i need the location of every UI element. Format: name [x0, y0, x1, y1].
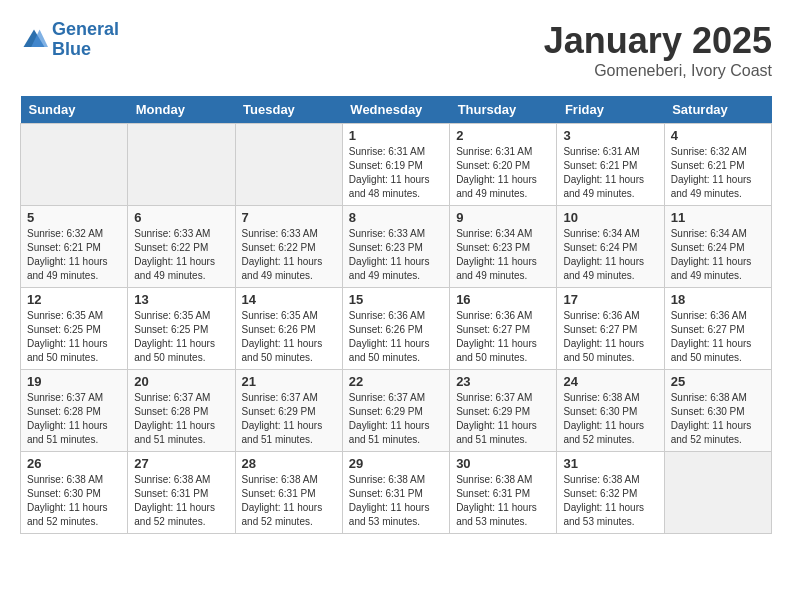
calendar-cell: 31Sunrise: 6:38 AM Sunset: 6:32 PM Dayli…	[557, 452, 664, 534]
calendar-cell: 11Sunrise: 6:34 AM Sunset: 6:24 PM Dayli…	[664, 206, 771, 288]
day-info: Sunrise: 6:33 AM Sunset: 6:22 PM Dayligh…	[134, 227, 228, 283]
day-number: 4	[671, 128, 765, 143]
day-number: 22	[349, 374, 443, 389]
day-number: 16	[456, 292, 550, 307]
calendar-cell: 26Sunrise: 6:38 AM Sunset: 6:30 PM Dayli…	[21, 452, 128, 534]
calendar-cell: 1Sunrise: 6:31 AM Sunset: 6:19 PM Daylig…	[342, 124, 449, 206]
day-number: 28	[242, 456, 336, 471]
calendar-week-row: 26Sunrise: 6:38 AM Sunset: 6:30 PM Dayli…	[21, 452, 772, 534]
day-number: 12	[27, 292, 121, 307]
day-info: Sunrise: 6:37 AM Sunset: 6:28 PM Dayligh…	[27, 391, 121, 447]
calendar-cell: 24Sunrise: 6:38 AM Sunset: 6:30 PM Dayli…	[557, 370, 664, 452]
day-number: 26	[27, 456, 121, 471]
calendar-cell: 10Sunrise: 6:34 AM Sunset: 6:24 PM Dayli…	[557, 206, 664, 288]
day-info: Sunrise: 6:31 AM Sunset: 6:20 PM Dayligh…	[456, 145, 550, 201]
day-info: Sunrise: 6:38 AM Sunset: 6:31 PM Dayligh…	[134, 473, 228, 529]
day-info: Sunrise: 6:38 AM Sunset: 6:31 PM Dayligh…	[456, 473, 550, 529]
day-number: 17	[563, 292, 657, 307]
day-number: 15	[349, 292, 443, 307]
calendar-cell: 2Sunrise: 6:31 AM Sunset: 6:20 PM Daylig…	[450, 124, 557, 206]
day-number: 6	[134, 210, 228, 225]
calendar-cell: 29Sunrise: 6:38 AM Sunset: 6:31 PM Dayli…	[342, 452, 449, 534]
calendar-header: SundayMondayTuesdayWednesdayThursdayFrid…	[21, 96, 772, 124]
day-number: 2	[456, 128, 550, 143]
calendar-cell: 19Sunrise: 6:37 AM Sunset: 6:28 PM Dayli…	[21, 370, 128, 452]
day-number: 29	[349, 456, 443, 471]
calendar-cell: 22Sunrise: 6:37 AM Sunset: 6:29 PM Dayli…	[342, 370, 449, 452]
calendar-cell: 23Sunrise: 6:37 AM Sunset: 6:29 PM Dayli…	[450, 370, 557, 452]
day-info: Sunrise: 6:38 AM Sunset: 6:31 PM Dayligh…	[349, 473, 443, 529]
day-info: Sunrise: 6:33 AM Sunset: 6:22 PM Dayligh…	[242, 227, 336, 283]
calendar-cell: 7Sunrise: 6:33 AM Sunset: 6:22 PM Daylig…	[235, 206, 342, 288]
calendar-cell: 9Sunrise: 6:34 AM Sunset: 6:23 PM Daylig…	[450, 206, 557, 288]
day-number: 25	[671, 374, 765, 389]
calendar-table: SundayMondayTuesdayWednesdayThursdayFrid…	[20, 96, 772, 534]
calendar-cell: 18Sunrise: 6:36 AM Sunset: 6:27 PM Dayli…	[664, 288, 771, 370]
day-info: Sunrise: 6:34 AM Sunset: 6:24 PM Dayligh…	[563, 227, 657, 283]
day-info: Sunrise: 6:32 AM Sunset: 6:21 PM Dayligh…	[27, 227, 121, 283]
day-info: Sunrise: 6:31 AM Sunset: 6:21 PM Dayligh…	[563, 145, 657, 201]
calendar-cell: 25Sunrise: 6:38 AM Sunset: 6:30 PM Dayli…	[664, 370, 771, 452]
calendar-body: 1Sunrise: 6:31 AM Sunset: 6:19 PM Daylig…	[21, 124, 772, 534]
weekday-header-sunday: Sunday	[21, 96, 128, 124]
calendar-cell: 20Sunrise: 6:37 AM Sunset: 6:28 PM Dayli…	[128, 370, 235, 452]
calendar-cell: 28Sunrise: 6:38 AM Sunset: 6:31 PM Dayli…	[235, 452, 342, 534]
day-info: Sunrise: 6:35 AM Sunset: 6:25 PM Dayligh…	[134, 309, 228, 365]
calendar-cell	[235, 124, 342, 206]
calendar-cell: 21Sunrise: 6:37 AM Sunset: 6:29 PM Dayli…	[235, 370, 342, 452]
day-info: Sunrise: 6:38 AM Sunset: 6:32 PM Dayligh…	[563, 473, 657, 529]
calendar-cell	[664, 452, 771, 534]
calendar-week-row: 12Sunrise: 6:35 AM Sunset: 6:25 PM Dayli…	[21, 288, 772, 370]
day-number: 10	[563, 210, 657, 225]
calendar-cell: 17Sunrise: 6:36 AM Sunset: 6:27 PM Dayli…	[557, 288, 664, 370]
day-number: 21	[242, 374, 336, 389]
day-info: Sunrise: 6:38 AM Sunset: 6:30 PM Dayligh…	[563, 391, 657, 447]
day-info: Sunrise: 6:32 AM Sunset: 6:21 PM Dayligh…	[671, 145, 765, 201]
day-info: Sunrise: 6:37 AM Sunset: 6:29 PM Dayligh…	[242, 391, 336, 447]
calendar-week-row: 1Sunrise: 6:31 AM Sunset: 6:19 PM Daylig…	[21, 124, 772, 206]
day-info: Sunrise: 6:35 AM Sunset: 6:26 PM Dayligh…	[242, 309, 336, 365]
weekday-header-monday: Monday	[128, 96, 235, 124]
calendar-cell	[128, 124, 235, 206]
day-number: 23	[456, 374, 550, 389]
day-number: 7	[242, 210, 336, 225]
day-number: 5	[27, 210, 121, 225]
day-number: 31	[563, 456, 657, 471]
day-info: Sunrise: 6:33 AM Sunset: 6:23 PM Dayligh…	[349, 227, 443, 283]
day-number: 20	[134, 374, 228, 389]
day-info: Sunrise: 6:37 AM Sunset: 6:29 PM Dayligh…	[349, 391, 443, 447]
day-number: 19	[27, 374, 121, 389]
day-info: Sunrise: 6:38 AM Sunset: 6:30 PM Dayligh…	[671, 391, 765, 447]
day-info: Sunrise: 6:38 AM Sunset: 6:31 PM Dayligh…	[242, 473, 336, 529]
day-info: Sunrise: 6:35 AM Sunset: 6:25 PM Dayligh…	[27, 309, 121, 365]
day-info: Sunrise: 6:31 AM Sunset: 6:19 PM Dayligh…	[349, 145, 443, 201]
weekday-header-saturday: Saturday	[664, 96, 771, 124]
calendar-week-row: 19Sunrise: 6:37 AM Sunset: 6:28 PM Dayli…	[21, 370, 772, 452]
day-info: Sunrise: 6:36 AM Sunset: 6:27 PM Dayligh…	[563, 309, 657, 365]
day-number: 8	[349, 210, 443, 225]
calendar-cell: 14Sunrise: 6:35 AM Sunset: 6:26 PM Dayli…	[235, 288, 342, 370]
day-info: Sunrise: 6:36 AM Sunset: 6:26 PM Dayligh…	[349, 309, 443, 365]
day-number: 1	[349, 128, 443, 143]
weekday-header-friday: Friday	[557, 96, 664, 124]
day-info: Sunrise: 6:36 AM Sunset: 6:27 PM Dayligh…	[456, 309, 550, 365]
day-info: Sunrise: 6:37 AM Sunset: 6:29 PM Dayligh…	[456, 391, 550, 447]
day-info: Sunrise: 6:34 AM Sunset: 6:23 PM Dayligh…	[456, 227, 550, 283]
day-number: 18	[671, 292, 765, 307]
day-number: 27	[134, 456, 228, 471]
logo-icon	[20, 26, 48, 54]
calendar-cell: 3Sunrise: 6:31 AM Sunset: 6:21 PM Daylig…	[557, 124, 664, 206]
day-number: 14	[242, 292, 336, 307]
calendar-cell: 5Sunrise: 6:32 AM Sunset: 6:21 PM Daylig…	[21, 206, 128, 288]
day-number: 11	[671, 210, 765, 225]
weekday-header-tuesday: Tuesday	[235, 96, 342, 124]
day-info: Sunrise: 6:36 AM Sunset: 6:27 PM Dayligh…	[671, 309, 765, 365]
calendar-cell: 12Sunrise: 6:35 AM Sunset: 6:25 PM Dayli…	[21, 288, 128, 370]
day-number: 24	[563, 374, 657, 389]
calendar-week-row: 5Sunrise: 6:32 AM Sunset: 6:21 PM Daylig…	[21, 206, 772, 288]
calendar-cell: 16Sunrise: 6:36 AM Sunset: 6:27 PM Dayli…	[450, 288, 557, 370]
logo: General Blue	[20, 20, 119, 60]
logo-blue: Blue	[52, 39, 91, 59]
weekday-header-wednesday: Wednesday	[342, 96, 449, 124]
day-info: Sunrise: 6:37 AM Sunset: 6:28 PM Dayligh…	[134, 391, 228, 447]
